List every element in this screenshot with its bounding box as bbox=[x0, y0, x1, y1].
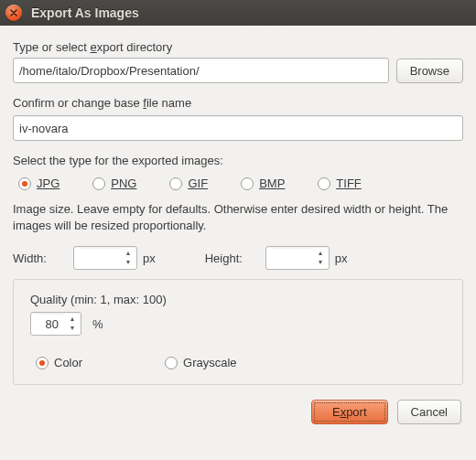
format-tiff-radio[interactable]: TIFF bbox=[318, 177, 361, 190]
format-bmp-radio[interactable]: BMP bbox=[241, 177, 285, 190]
basename-input[interactable] bbox=[13, 115, 463, 141]
colormode-radio-group: Color Grayscale bbox=[36, 356, 446, 369]
close-icon[interactable] bbox=[5, 5, 22, 21]
window-title: Export As Images bbox=[31, 5, 139, 20]
format-jpg-radio[interactable]: JPG bbox=[18, 177, 60, 190]
basename-label: Confirm or change base file name bbox=[13, 96, 463, 110]
height-unit: px bbox=[335, 251, 348, 265]
radio-icon bbox=[169, 177, 182, 190]
quality-label: Quality (min: 1, max: 100) bbox=[30, 293, 446, 306]
chevron-up-icon[interactable]: ▴ bbox=[314, 249, 327, 258]
chevron-up-icon[interactable]: ▴ bbox=[66, 315, 79, 324]
cancel-button[interactable]: Cancel bbox=[397, 400, 461, 424]
format-png-radio[interactable]: PNG bbox=[92, 177, 136, 190]
radio-icon bbox=[165, 357, 178, 369]
quality-input[interactable] bbox=[37, 314, 64, 335]
chevron-down-icon[interactable]: ▾ bbox=[66, 324, 79, 333]
radio-icon bbox=[318, 177, 330, 190]
export-directory-label: Type or select export directory bbox=[13, 40, 463, 54]
colormode-color-radio[interactable]: Color bbox=[36, 356, 82, 369]
radio-icon bbox=[18, 177, 31, 190]
browse-button[interactable]: Browse bbox=[396, 59, 463, 83]
height-stepper[interactable]: ▴▾ bbox=[265, 246, 330, 270]
colormode-grayscale-radio[interactable]: Grayscale bbox=[165, 356, 237, 369]
format-gif-radio[interactable]: GIF bbox=[169, 177, 208, 190]
export-button[interactable]: Export bbox=[311, 400, 388, 424]
dialog-footer: Export Cancel bbox=[13, 400, 463, 424]
quality-unit: % bbox=[92, 317, 103, 331]
format-prompt: Select the type for the exported images: bbox=[13, 154, 463, 167]
width-input[interactable] bbox=[80, 248, 120, 269]
height-label: Height: bbox=[205, 251, 249, 265]
width-label: Width: bbox=[13, 251, 57, 265]
quality-stepper[interactable]: ▴▾ bbox=[30, 312, 81, 336]
chevron-up-icon[interactable]: ▴ bbox=[122, 249, 135, 258]
width-unit: px bbox=[143, 251, 156, 265]
quality-panel: Quality (min: 1, max: 100) ▴▾ % Color Gr… bbox=[13, 279, 463, 385]
format-radio-group: JPG PNG GIF BMP TIFF bbox=[18, 177, 463, 190]
titlebar: Export As Images bbox=[0, 0, 476, 26]
export-directory-input[interactable] bbox=[13, 58, 389, 83]
height-input[interactable] bbox=[272, 248, 312, 269]
dimension-row: Width: ▴▾ px Height: ▴▾ px bbox=[13, 246, 463, 270]
width-stepper[interactable]: ▴▾ bbox=[73, 246, 137, 270]
chevron-down-icon[interactable]: ▾ bbox=[122, 258, 135, 267]
radio-icon bbox=[241, 177, 254, 190]
radio-icon bbox=[92, 177, 105, 190]
chevron-down-icon[interactable]: ▾ bbox=[314, 258, 327, 267]
radio-icon bbox=[36, 357, 49, 369]
dialog-content: Type or select export directory Browse C… bbox=[0, 26, 476, 437]
size-hint: Image size. Leave empty for defaults. Ot… bbox=[13, 201, 463, 233]
